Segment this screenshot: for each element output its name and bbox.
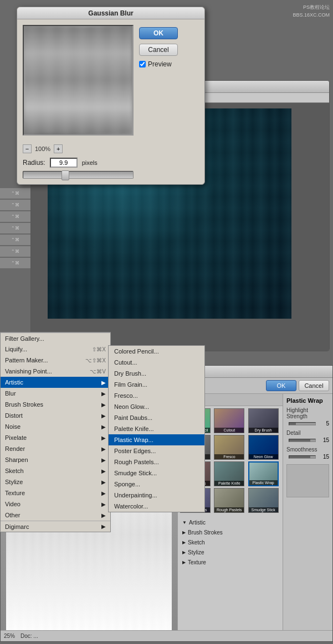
zoom-level: 100% xyxy=(35,146,50,152)
filter-menu-item-brush-strokes[interactable]: Brush Strokes ▶ xyxy=(1,399,110,410)
watermark: PS教程论坛 BBS.16XC.COM xyxy=(293,3,330,19)
filter-menu-item-render[interactable]: Render ▶ xyxy=(1,443,110,454)
fg-params-title: Plastic Wrap xyxy=(286,397,329,404)
zoom-out-button[interactable]: − xyxy=(23,144,32,153)
gaussian-preview-inner xyxy=(24,26,132,134)
fg-thumb-dry-brush[interactable]: Dry Brush xyxy=(248,408,279,433)
zoom-controls: − 100% + xyxy=(23,144,199,153)
filter-menu-item-digimarc[interactable]: Digimarc ▶ xyxy=(1,521,110,532)
submenu-smudge-stick[interactable]: Smudge Stick... xyxy=(109,468,204,479)
filter-menu-item-sketch[interactable]: Sketch ▶ xyxy=(1,465,110,476)
preview-checkbox-input[interactable] xyxy=(139,61,146,67)
ok-button[interactable]: OK xyxy=(139,27,178,39)
fg-value-detail: 15 xyxy=(319,437,329,443)
filter-menu-item-noise[interactable]: Noise ▶ xyxy=(1,421,110,432)
zoom-in-button[interactable]: + xyxy=(54,144,63,153)
submenu-sponge[interactable]: Sponge... xyxy=(109,479,204,490)
fg-slider-highlight[interactable] xyxy=(289,422,316,425)
toolbar-label-3: ⌃⌘ xyxy=(0,211,30,222)
submenu-dry-brush[interactable]: Dry Brush... xyxy=(109,368,204,379)
filter-menu-item-liquify[interactable]: Liquify... ⇧⌘X xyxy=(1,344,110,355)
submenu-cutout[interactable]: Cutout... xyxy=(109,357,204,368)
toolbar-label-4: ⌃⌘ xyxy=(0,223,30,234)
toolbar-label-7: ⌃⌘ xyxy=(0,258,30,269)
submenu-fresco[interactable]: Fresco... xyxy=(109,390,204,401)
gaussian-body: OK Cancel Preview xyxy=(17,19,204,141)
fg-param-highlight-strength: Highlight Strength 5 xyxy=(286,407,329,427)
submenu-poster-edges[interactable]: Poster Edges... xyxy=(109,445,204,456)
fg-small-preview xyxy=(286,464,329,497)
filter-menu-item-sharpen[interactable]: Sharpen ▶ xyxy=(1,454,110,465)
toolbar-label-5: ⌃⌘ xyxy=(0,235,30,246)
filter-menu-item-texture[interactable]: Texture ▶ xyxy=(1,487,110,498)
cancel-button[interactable]: Cancel xyxy=(139,44,178,56)
statusbar: 25% Doc: ... xyxy=(1,630,332,641)
submenu-neon-glow[interactable]: Neon Glow... xyxy=(109,401,204,412)
gaussian-controls: OK Cancel Preview xyxy=(139,25,178,136)
radius-slider-thumb[interactable] xyxy=(62,170,69,180)
fg-categories: ▼ Artistic ▶ Brush Strokes ▶ Sketch ▶ xyxy=(178,515,283,569)
filter-menu-item-pattern-maker[interactable]: Pattern Maker... ⌥⇧⌘X xyxy=(1,355,110,366)
toolbar-label-1: ⌃⌘ xyxy=(0,188,30,199)
filter-menu-item-video[interactable]: Video ▶ xyxy=(1,498,110,510)
submenu-plastic-wrap[interactable]: Plastic Wrap... xyxy=(109,434,204,445)
radius-label: Radius: xyxy=(23,159,45,167)
fg-slider-detail[interactable] xyxy=(289,439,316,442)
fg-ok-button[interactable]: OK xyxy=(266,380,296,391)
filter-menu-item-distort[interactable]: Distort ▶ xyxy=(1,410,110,421)
fg-value-smoothness: 15 xyxy=(319,454,329,460)
filter-menu-item-filter-gallery[interactable]: Filter Gallery... xyxy=(1,333,110,344)
submenu-underpainting[interactable]: Underpainting... xyxy=(109,490,204,501)
filter-menu-item-pixelate[interactable]: Pixelate ▶ xyxy=(1,432,110,443)
filter-menu-item-artistic[interactable]: Artistic ▶ xyxy=(1,377,110,388)
submenu-rough-pastels[interactable]: Rough Pastels... xyxy=(109,456,204,468)
fg-thumb-smudge-stick[interactable]: Smudge Stick xyxy=(248,488,279,513)
submenu-watercolor[interactable]: Watercolor... xyxy=(109,501,204,512)
filter-menu-item-stylize[interactable]: Stylize ▶ xyxy=(1,476,110,487)
statusbar-zoom: 25% xyxy=(4,633,15,639)
fg-thumb-palette-knife[interactable]: Palette Knife xyxy=(214,461,244,486)
fg-thumb-plastic-wrap[interactable]: Plastic Wrap xyxy=(248,461,279,486)
filter-menu: Filter Gallery... Liquify... ⇧⌘X Pattern… xyxy=(0,332,111,532)
fg-thumb-fresco[interactable]: Fresco xyxy=(214,435,244,460)
fg-thumb-rough-pastels[interactable]: Rough Pastels xyxy=(214,488,244,513)
radius-input[interactable] xyxy=(50,158,78,168)
artistic-submenu: Colored Pencil... Cutout... Dry Brush...… xyxy=(108,345,205,512)
preview-checkbox-label: Preview xyxy=(148,60,172,68)
fg-category-artistic[interactable]: ▼ Artistic xyxy=(180,517,280,527)
gaussian-titlebar: Gaussian Blur xyxy=(17,7,204,19)
gaussian-preview xyxy=(23,25,134,136)
fg-thumb-cutout[interactable]: Cutout xyxy=(214,408,244,433)
fg-param-detail: Detail 15 xyxy=(286,430,329,443)
toolbar-label-6: ⌃⌘ xyxy=(0,246,30,257)
submenu-paint-daubs[interactable]: Paint Daubs... xyxy=(109,412,204,423)
fg-param-smoothness: Smoothness 15 xyxy=(286,446,329,460)
radius-slider[interactable] xyxy=(23,171,134,179)
statusbar-info: Doc: ... xyxy=(21,633,38,639)
gaussian-footer: − 100% + Radius: pixels xyxy=(17,141,204,184)
preview-checkbox-container: Preview xyxy=(139,60,178,68)
submenu-colored-pencil[interactable]: Colored Pencil... xyxy=(109,346,204,357)
radius-unit: pixels xyxy=(82,159,98,166)
fg-category-texture[interactable]: ▶ Texture xyxy=(180,557,280,567)
submenu-palette-knife[interactable]: Palette Knife... xyxy=(109,423,204,434)
toolbar-label-2: ⌃⌘ xyxy=(0,200,30,211)
filter-menu-item-blur[interactable]: Blur ▶ xyxy=(1,388,110,399)
gaussian-blur-dialog: Gaussian Blur OK Cancel Preview − 100% +… xyxy=(17,7,205,185)
fg-value-highlight: 5 xyxy=(319,420,329,427)
toolbar-labels: ⌃⌘ ⌃⌘ ⌃⌘ ⌃⌘ ⌃⌘ ⌃⌘ ⌃⌘ xyxy=(0,188,30,269)
fg-category-sketch[interactable]: ▶ Sketch xyxy=(180,537,280,547)
fg-slider-smoothness[interactable] xyxy=(289,455,316,459)
filter-menu-item-vanishing-point[interactable]: Vanishing Point... ⌥⌘V xyxy=(1,366,110,377)
filter-menu-item-other[interactable]: Other ▶ xyxy=(1,510,110,521)
radius-row: Radius: pixels xyxy=(23,158,199,168)
fg-thumb-neon-glow[interactable]: Neon Glow xyxy=(248,435,279,460)
fg-category-brush-strokes[interactable]: ▶ Brush Strokes xyxy=(180,527,280,537)
submenu-film-grain[interactable]: Film Grain... xyxy=(109,379,204,390)
gaussian-title: Gaussian Blur xyxy=(88,9,133,17)
fg-cancel-button[interactable]: Cancel xyxy=(299,380,329,391)
fg-category-stylize[interactable]: ▶ Stylize xyxy=(180,547,280,557)
